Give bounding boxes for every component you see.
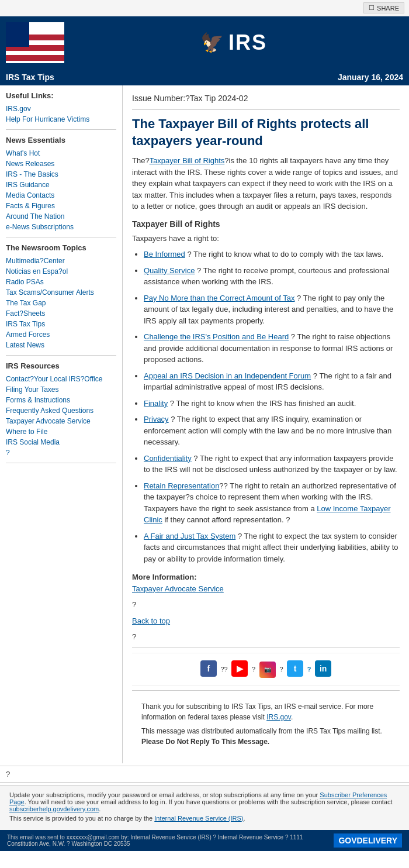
sidebar-item-question[interactable]: ? (6, 447, 116, 458)
sidebar-divider-2 (6, 237, 116, 237)
sidebar-item-contact-irs[interactable]: Contact?Your Local IRS?Office (6, 374, 116, 384)
sidebar-item-faq[interactable]: Frequently Asked Questions (6, 405, 116, 416)
facebook-icon[interactable]: f (200, 660, 217, 677)
irs-text: IRS (228, 30, 267, 55)
ig-question: ? (279, 666, 283, 673)
sidebar-item-irs-guidance[interactable]: IRS Guidance (6, 180, 116, 190)
sidebar-item-latest-news[interactable]: Latest News (6, 340, 116, 350)
question-mark-1: ? (132, 599, 400, 611)
content-divider-2 (132, 647, 400, 648)
irs-logo-container: 🦅 IRS (64, 30, 403, 55)
right-challenge-link[interactable]: Challenge the IRS's Position and Be Hear… (144, 332, 289, 341)
instagram-icon[interactable]: 📷 (259, 662, 276, 678)
support-link[interactable]: subscriberhelp.govdelivery.com (9, 805, 99, 812)
list-item: Confidentiality ? The right to expect th… (144, 453, 400, 476)
sidebar-item-news-releases[interactable]: News Releases (6, 159, 116, 169)
tbor-heading: Taxpayer Bill of Rights (132, 218, 400, 230)
resources-list: Contact?Your Local IRS?Office Filing You… (6, 374, 116, 458)
sidebar-item-irs-basics[interactable]: IRS - The Basics (6, 169, 116, 180)
irs-eagle-icon: 🦅 (200, 32, 224, 54)
list-item: Quality Service ? The right to receive p… (144, 265, 400, 288)
footer-irs-link[interactable]: IRS.gov (266, 713, 291, 721)
right-be-informed-link[interactable]: Be Informed (144, 250, 185, 259)
news-essentials-list: What's Hot News Releases IRS - The Basic… (6, 148, 116, 232)
sidebar-item-irs-tax-tips[interactable]: IRS Tax Tips (6, 319, 116, 329)
right-appeal-link[interactable]: Appeal an IRS Decision in an Independent… (144, 371, 311, 380)
sidebar-item-social-media[interactable]: IRS Social Media (6, 437, 116, 447)
list-item: Pay No More than the Correct Amount of T… (144, 292, 400, 327)
youtube-icon[interactable]: ▶ (231, 660, 248, 677)
question-mark-2: ? (132, 631, 400, 643)
flag-graphic (6, 22, 64, 63)
list-item: A Fair and Just Tax System ? The right t… (144, 531, 400, 565)
share-icon: ☐ (369, 4, 375, 12)
site-title: IRS Tax Tips (6, 73, 54, 82)
main-layout: Useful Links: IRS.gov Help For Hurricane… (0, 85, 409, 763)
taxpayer-advocate-link[interactable]: Taxpayer Advocate Service (132, 584, 224, 593)
footer-thanks: Thank you for subscribing to IRS Tax Tip… (141, 701, 390, 722)
linkedin-icon[interactable]: in (315, 660, 331, 677)
irs-service-link[interactable]: Internal Revenue Service (IRS) (154, 815, 243, 822)
update-text-1: Update your subscriptions, modify your p… (9, 791, 400, 812)
bottom-question: ? (0, 769, 409, 780)
sidebar: Useful Links: IRS.gov Help For Hurricane… (0, 85, 123, 763)
sidebar-item-around-nation[interactable]: Around The Nation (6, 211, 116, 222)
sidebar-item-multimedia[interactable]: Multimedia?Center (6, 256, 116, 266)
sidebar-divider-4 (6, 463, 116, 463)
right-be-informed-text: ? The right to know what to do to comply… (185, 250, 383, 259)
right-privacy-text: ? The right to expect that any IRS inqui… (144, 415, 391, 446)
sidebar-link-hurricane[interactable]: Help For Hurricane Victims (6, 114, 116, 125)
sidebar-item-radio[interactable]: Radio PSAs (6, 277, 116, 287)
footer-disclaimer: This message was distributed automatical… (141, 726, 390, 747)
right-retain-link[interactable]: Retain Representation (144, 481, 219, 490)
footer-content: Thank you for subscribing to IRS Tax Tip… (132, 695, 400, 756)
right-finality-link[interactable]: Finality (144, 399, 168, 408)
list-item: Retain Representation?? The right to ret… (144, 480, 400, 526)
sidebar-divider-1 (6, 129, 116, 130)
sidebar-item-fact-sheets[interactable]: Fact?Sheets (6, 308, 116, 319)
update-bar: Update your subscriptions, modify your p… (0, 785, 409, 830)
sidebar-item-forms-instructions[interactable]: Forms & Instructions (6, 395, 116, 405)
irs-logo: 🦅 IRS (64, 30, 403, 55)
bottom-separator-2 (0, 782, 409, 783)
site-header: 🦅 IRS (0, 16, 409, 69)
list-item: Finality ? The right to know when the IR… (144, 398, 400, 409)
main-content: Issue Number:?Tax Tip 2024-02 The Taxpay… (123, 85, 409, 763)
more-info-label: More Information: (132, 573, 197, 581)
sidebar-item-filing-taxes[interactable]: Filing Your Taxes (6, 384, 116, 395)
newsroom-list: Multimedia?Center Noticias en Espa?ol Ra… (6, 256, 116, 350)
right-finality-text: ? The right to know when the IRS has fin… (168, 399, 356, 408)
more-info-section: More Information: Taxpayer Advocate Serv… (132, 571, 400, 594)
back-to-top-link[interactable]: Back to top (132, 616, 170, 625)
list-item: Appeal an IRS Decision in an Independent… (144, 370, 400, 393)
resources-heading: IRS Resources (6, 361, 116, 370)
sidebar-item-tax-gap[interactable]: The Tax Gap (6, 298, 116, 308)
list-item: Privacy ? The right to expect that any I… (144, 414, 400, 448)
social-bar: f ?? ▶ ? 📷 ? t ? in (132, 653, 400, 686)
sidebar-item-armed-forces[interactable]: Armed Forces (6, 329, 116, 340)
right-pay-no-more-link[interactable]: Pay No More than the Correct Amount of T… (144, 294, 294, 302)
right-confidentiality-link[interactable]: Confidentiality (144, 454, 192, 463)
share-button[interactable]: ☐ SHARE (363, 2, 404, 13)
twitter-icon[interactable]: t (287, 660, 303, 677)
govdelivery-logo: GOVDELIVERY (334, 833, 402, 848)
tbor-intro: Taxpayers have a right to: (132, 233, 400, 244)
sidebar-item-taxpayer-advocate[interactable]: Taxpayer Advocate Service (6, 416, 116, 426)
issue-number: Issue Number:?Tax Tip 2024-02 (132, 92, 400, 105)
article-intro: The?Taxpayer Bill of Rights?is the 10 ri… (132, 155, 400, 212)
low-income-clinic-link[interactable]: Low Income Taxpayer Clinic (144, 504, 390, 525)
right-privacy-link[interactable]: Privacy (144, 415, 169, 423)
sidebar-item-enews[interactable]: e-News Subscriptions (6, 222, 116, 232)
sidebar-link-irsgov[interactable]: IRS.gov (6, 104, 116, 114)
sidebar-item-noticias[interactable]: Noticias en Espa?ol (6, 266, 116, 277)
newsroom-heading: The Newsroom Topics (6, 243, 116, 252)
sidebar-item-tax-scams[interactable]: Tax Scams/Consumer Alerts (6, 287, 116, 298)
sidebar-item-where-to-file[interactable]: Where to File (6, 426, 116, 437)
publication-date: January 16, 2024 (338, 73, 403, 82)
right-fair-link[interactable]: A Fair and Just Tax System (144, 532, 235, 540)
tbor-link[interactable]: Taxpayer Bill of Rights (150, 156, 225, 165)
sidebar-item-whats-hot[interactable]: What's Hot (6, 148, 116, 159)
right-quality-service-link[interactable]: Quality Service (144, 266, 195, 275)
sidebar-item-facts-figures[interactable]: Facts & Figures (6, 201, 116, 211)
sidebar-item-media-contacts[interactable]: Media Contacts (6, 190, 116, 201)
